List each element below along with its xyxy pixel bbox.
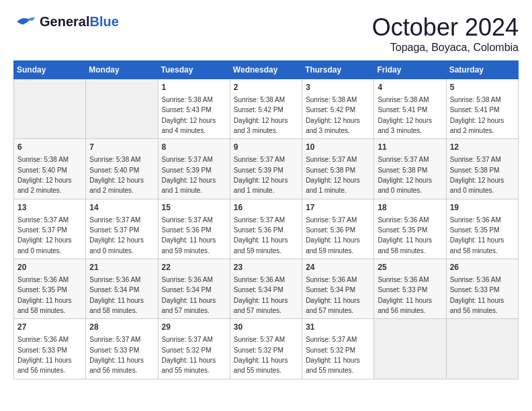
day-info: Sunrise: 5:37 AM Sunset: 5:36 PM Dayligh… <box>306 216 360 255</box>
calendar-cell: 16Sunrise: 5:37 AM Sunset: 5:36 PM Dayli… <box>230 199 302 259</box>
day-info: Sunrise: 5:38 AM Sunset: 5:43 PM Dayligh… <box>162 96 216 134</box>
day-info: Sunrise: 5:37 AM Sunset: 5:38 PM Dayligh… <box>306 156 360 194</box>
calendar-week-row: 20Sunrise: 5:36 AM Sunset: 5:35 PM Dayli… <box>14 259 519 319</box>
weekday-header: Friday <box>374 61 446 79</box>
day-info: Sunrise: 5:36 AM Sunset: 5:33 PM Dayligh… <box>378 276 432 314</box>
day-info: Sunrise: 5:36 AM Sunset: 5:35 PM Dayligh… <box>17 276 72 314</box>
calendar-cell: 8Sunrise: 5:37 AM Sunset: 5:39 PM Daylig… <box>158 139 230 199</box>
calendar-cell: 19Sunrise: 5:36 AM Sunset: 5:35 PM Dayli… <box>446 199 518 259</box>
calendar-cell: 20Sunrise: 5:36 AM Sunset: 5:35 PM Dayli… <box>14 259 86 319</box>
calendar-cell: 2Sunrise: 5:38 AM Sunset: 5:42 PM Daylig… <box>230 79 302 139</box>
day-number: 21 <box>89 262 154 273</box>
day-info: Sunrise: 5:37 AM Sunset: 5:36 PM Dayligh… <box>234 216 288 255</box>
day-info: Sunrise: 5:38 AM Sunset: 5:41 PM Dayligh… <box>450 96 504 134</box>
day-info: Sunrise: 5:37 AM Sunset: 5:36 PM Dayligh… <box>162 216 216 255</box>
day-number: 10 <box>306 142 370 153</box>
logo: GeneralBlue <box>13 13 119 30</box>
calendar-cell: 25Sunrise: 5:36 AM Sunset: 5:33 PM Dayli… <box>374 259 446 319</box>
calendar-cell: 7Sunrise: 5:38 AM Sunset: 5:40 PM Daylig… <box>86 139 158 199</box>
calendar-cell: 9Sunrise: 5:37 AM Sunset: 5:39 PM Daylig… <box>230 139 302 199</box>
day-number: 13 <box>17 202 82 214</box>
calendar-week-row: 27Sunrise: 5:36 AM Sunset: 5:33 PM Dayli… <box>14 319 519 379</box>
day-info: Sunrise: 5:38 AM Sunset: 5:40 PM Dayligh… <box>17 156 72 194</box>
calendar-week-row: 13Sunrise: 5:37 AM Sunset: 5:37 PM Dayli… <box>14 199 519 259</box>
day-number: 12 <box>450 142 515 153</box>
day-number: 19 <box>450 202 515 214</box>
logo-general: General <box>40 14 89 29</box>
calendar-cell: 13Sunrise: 5:37 AM Sunset: 5:37 PM Dayli… <box>14 199 86 259</box>
day-number: 30 <box>234 322 298 333</box>
calendar-cell: 30Sunrise: 5:37 AM Sunset: 5:32 PM Dayli… <box>230 319 302 379</box>
day-number: 20 <box>17 262 82 273</box>
day-number: 27 <box>17 322 82 333</box>
day-info: Sunrise: 5:37 AM Sunset: 5:38 PM Dayligh… <box>378 156 432 194</box>
day-info: Sunrise: 5:36 AM Sunset: 5:35 PM Dayligh… <box>450 216 504 255</box>
day-info: Sunrise: 5:37 AM Sunset: 5:39 PM Dayligh… <box>234 156 288 194</box>
day-number: 18 <box>378 202 442 214</box>
calendar-cell: 12Sunrise: 5:37 AM Sunset: 5:38 PM Dayli… <box>446 139 518 199</box>
calendar-cell: 31Sunrise: 5:37 AM Sunset: 5:32 PM Dayli… <box>302 319 374 379</box>
day-number: 8 <box>162 142 226 153</box>
day-number: 29 <box>162 322 226 333</box>
day-info: Sunrise: 5:36 AM Sunset: 5:34 PM Dayligh… <box>162 276 216 314</box>
day-info: Sunrise: 5:38 AM Sunset: 5:42 PM Dayligh… <box>306 96 360 134</box>
calendar-cell: 11Sunrise: 5:37 AM Sunset: 5:38 PM Dayli… <box>374 139 446 199</box>
calendar-cell: 21Sunrise: 5:36 AM Sunset: 5:34 PM Dayli… <box>86 259 158 319</box>
day-number: 14 <box>89 202 154 214</box>
day-info: Sunrise: 5:37 AM Sunset: 5:32 PM Dayligh… <box>162 336 216 374</box>
location-title: Topaga, Boyaca, Colombia <box>372 42 519 54</box>
day-number: 1 <box>162 82 226 93</box>
day-number: 16 <box>234 202 298 214</box>
day-info: Sunrise: 5:36 AM Sunset: 5:34 PM Dayligh… <box>234 276 288 314</box>
calendar-cell: 14Sunrise: 5:37 AM Sunset: 5:37 PM Dayli… <box>86 199 158 259</box>
day-info: Sunrise: 5:36 AM Sunset: 5:33 PM Dayligh… <box>17 336 72 374</box>
day-number: 6 <box>17 142 82 153</box>
calendar-cell <box>446 319 518 379</box>
day-number: 28 <box>89 322 154 333</box>
day-number: 3 <box>306 82 370 93</box>
calendar-cell: 17Sunrise: 5:37 AM Sunset: 5:36 PM Dayli… <box>302 199 374 259</box>
calendar-cell: 29Sunrise: 5:37 AM Sunset: 5:32 PM Dayli… <box>158 319 230 379</box>
day-info: Sunrise: 5:38 AM Sunset: 5:42 PM Dayligh… <box>234 96 288 134</box>
day-info: Sunrise: 5:38 AM Sunset: 5:41 PM Dayligh… <box>378 96 432 134</box>
month-title: October 2024 <box>372 13 519 42</box>
calendar-cell: 1Sunrise: 5:38 AM Sunset: 5:43 PM Daylig… <box>158 79 230 139</box>
day-number: 2 <box>234 82 298 93</box>
day-info: Sunrise: 5:38 AM Sunset: 5:40 PM Dayligh… <box>89 156 144 194</box>
calendar-cell: 10Sunrise: 5:37 AM Sunset: 5:38 PM Dayli… <box>302 139 374 199</box>
day-number: 4 <box>378 82 442 93</box>
calendar-cell: 5Sunrise: 5:38 AM Sunset: 5:41 PM Daylig… <box>446 79 518 139</box>
day-number: 11 <box>378 142 442 153</box>
day-number: 24 <box>306 262 370 273</box>
calendar-cell: 4Sunrise: 5:38 AM Sunset: 5:41 PM Daylig… <box>374 79 446 139</box>
calendar-week-row: 6Sunrise: 5:38 AM Sunset: 5:40 PM Daylig… <box>14 139 519 199</box>
calendar-cell: 22Sunrise: 5:36 AM Sunset: 5:34 PM Dayli… <box>158 259 230 319</box>
calendar-cell: 23Sunrise: 5:36 AM Sunset: 5:34 PM Dayli… <box>230 259 302 319</box>
calendar-cell: 18Sunrise: 5:36 AM Sunset: 5:35 PM Dayli… <box>374 199 446 259</box>
calendar-cell: 6Sunrise: 5:38 AM Sunset: 5:40 PM Daylig… <box>14 139 86 199</box>
calendar-cell: 27Sunrise: 5:36 AM Sunset: 5:33 PM Dayli… <box>14 319 86 379</box>
weekday-header: Thursday <box>302 61 374 79</box>
calendar-table: SundayMondayTuesdayWednesdayThursdayFrid… <box>13 60 519 379</box>
day-number: 26 <box>450 262 515 273</box>
day-info: Sunrise: 5:37 AM Sunset: 5:39 PM Dayligh… <box>162 156 216 194</box>
calendar-cell: 24Sunrise: 5:36 AM Sunset: 5:34 PM Dayli… <box>302 259 374 319</box>
day-info: Sunrise: 5:37 AM Sunset: 5:32 PM Dayligh… <box>306 336 360 374</box>
weekday-header: Saturday <box>446 61 518 79</box>
calendar-cell: 15Sunrise: 5:37 AM Sunset: 5:36 PM Dayli… <box>158 199 230 259</box>
logo-blue: Blue <box>89 14 118 29</box>
weekday-header: Tuesday <box>158 61 230 79</box>
weekday-header: Monday <box>86 61 158 79</box>
day-number: 15 <box>162 202 226 214</box>
calendar-header-row: SundayMondayTuesdayWednesdayThursdayFrid… <box>14 61 519 79</box>
day-info: Sunrise: 5:36 AM Sunset: 5:33 PM Dayligh… <box>450 276 504 314</box>
day-info: Sunrise: 5:37 AM Sunset: 5:32 PM Dayligh… <box>234 336 288 374</box>
day-info: Sunrise: 5:37 AM Sunset: 5:37 PM Dayligh… <box>89 216 144 255</box>
day-number: 9 <box>234 142 298 153</box>
day-info: Sunrise: 5:37 AM Sunset: 5:37 PM Dayligh… <box>17 216 72 255</box>
weekday-header: Wednesday <box>230 61 302 79</box>
weekday-header: Sunday <box>14 61 86 79</box>
day-info: Sunrise: 5:37 AM Sunset: 5:38 PM Dayligh… <box>450 156 504 194</box>
day-number: 7 <box>89 142 154 153</box>
day-number: 17 <box>306 202 370 214</box>
